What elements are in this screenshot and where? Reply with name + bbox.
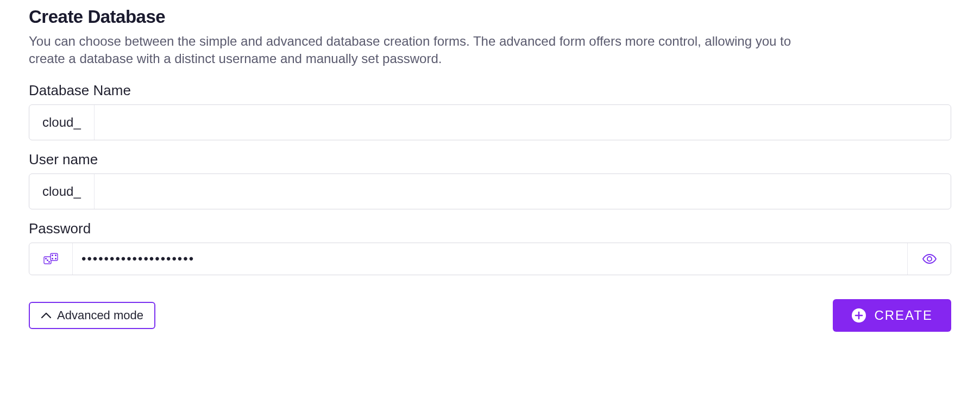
- eye-icon: [922, 253, 937, 264]
- page-description: You can choose between the simple and ad…: [29, 33, 822, 68]
- svg-point-3: [47, 259, 48, 261]
- footer-actions: Advanced mode CREATE: [29, 299, 951, 332]
- page-title: Create Database: [29, 7, 951, 27]
- user-name-prefix: cloud_: [29, 174, 95, 209]
- create-button[interactable]: CREATE: [833, 299, 951, 332]
- database-name-prefix: cloud_: [29, 105, 95, 140]
- create-button-label: CREATE: [874, 308, 933, 323]
- svg-rect-4: [51, 253, 58, 261]
- advanced-mode-button[interactable]: Advanced mode: [29, 302, 155, 329]
- password-label: Password: [29, 220, 951, 237]
- database-name-group: Database Name cloud_: [29, 82, 951, 140]
- dice-icon: [43, 252, 59, 265]
- svg-point-6: [55, 258, 56, 259]
- advanced-mode-label: Advanced mode: [57, 308, 143, 323]
- generate-password-button[interactable]: [29, 243, 73, 275]
- svg-point-1: [45, 258, 46, 259]
- database-name-input[interactable]: [95, 105, 951, 140]
- svg-point-9: [927, 257, 932, 261]
- svg-point-2: [48, 261, 49, 262]
- user-name-label: User name: [29, 151, 951, 168]
- user-name-input-wrapper: cloud_: [29, 173, 951, 209]
- chevron-up-icon: [41, 312, 52, 319]
- svg-point-8: [52, 258, 53, 259]
- plus-circle-icon: [851, 308, 866, 323]
- database-name-input-wrapper: cloud_: [29, 104, 951, 140]
- user-name-input[interactable]: [95, 174, 951, 209]
- password-input[interactable]: [73, 243, 907, 275]
- user-name-group: User name cloud_: [29, 151, 951, 209]
- svg-point-5: [52, 255, 53, 256]
- toggle-password-visibility-button[interactable]: [907, 243, 951, 275]
- svg-point-7: [55, 255, 56, 256]
- password-group: Password: [29, 220, 951, 275]
- database-name-label: Database Name: [29, 82, 951, 99]
- password-input-wrapper: [29, 243, 951, 275]
